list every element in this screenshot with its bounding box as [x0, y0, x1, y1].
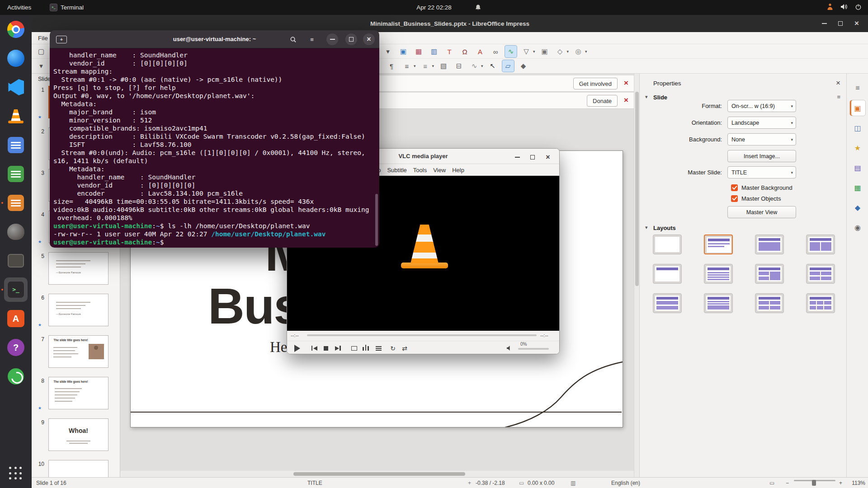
- stop-button[interactable]: [320, 343, 332, 354]
- minimize-button[interactable]: [326, 33, 338, 45]
- slide-thumb-preview[interactable]: Whoa!: [48, 418, 108, 451]
- clone-formatting-icon[interactable]: ▣: [539, 46, 551, 57]
- vlc-menu-tools[interactable]: Tools: [410, 166, 430, 174]
- tab-slide-transition[interactable]: ◫: [850, 120, 865, 136]
- tab-navigator[interactable]: ◉: [850, 220, 865, 235]
- layout-4content-b[interactable]: [755, 293, 784, 313]
- crop-image-icon[interactable]: ⊟: [453, 60, 465, 72]
- play-button[interactable]: [291, 343, 303, 354]
- search-icon[interactable]: [287, 33, 299, 45]
- dock-vscode-icon[interactable]: [0, 73, 32, 102]
- image-filter-icon[interactable]: ◎: [572, 46, 584, 57]
- dock-help-icon[interactable]: ?: [0, 333, 32, 362]
- line-spacing-icon[interactable]: ≡: [420, 60, 431, 72]
- slide-thumb-preview[interactable]: [48, 460, 108, 477]
- infobar-close-icon[interactable]: ×: [624, 96, 628, 105]
- layout-title-2content[interactable]: [806, 235, 835, 254]
- save-status-icon[interactable]: ▥: [571, 480, 576, 486]
- minimize-button[interactable]: [819, 19, 829, 28]
- zoom-in-icon[interactable]: +: [839, 480, 842, 486]
- tab-animation[interactable]: ★: [850, 140, 865, 155]
- dock-impress-icon[interactable]: [0, 188, 32, 217]
- layout-centered-text[interactable]: [704, 264, 733, 284]
- slide-thumb-preview[interactable]: The slide title goes here!: [48, 377, 108, 409]
- horizontal-scrollbar[interactable]: [120, 471, 634, 477]
- dropdown-arrow-icon[interactable]: ▾: [567, 49, 569, 54]
- close-button[interactable]: ×: [852, 19, 862, 28]
- more-options-icon[interactable]: ≡: [837, 94, 840, 100]
- slide-thumbnail-8[interactable]: 8The slide title goes here!★: [32, 377, 120, 413]
- new-terminal-button[interactable]: +: [55, 33, 68, 45]
- dock-chrome-icon[interactable]: [0, 15, 32, 44]
- extended-settings-button[interactable]: [359, 343, 372, 354]
- insert-table-icon[interactable]: ▦: [413, 46, 425, 57]
- dock-writer-icon[interactable]: [0, 131, 32, 160]
- vlc-menu-help[interactable]: Help: [449, 166, 467, 174]
- insert-image-button[interactable]: Insert Image...: [727, 150, 796, 162]
- statusbar-master-name[interactable]: TITLE: [307, 480, 322, 486]
- chevron-down-icon[interactable]: ▾: [645, 94, 648, 100]
- dropdown-arrow-icon[interactable]: ▾: [481, 64, 483, 68]
- dock-gimp-icon[interactable]: [0, 217, 32, 246]
- seek-slider[interactable]: [307, 334, 537, 336]
- zoom-slider-handle[interactable]: [812, 480, 816, 486]
- layout-2content-content[interactable]: [755, 264, 784, 284]
- maximize-button[interactable]: [528, 152, 538, 162]
- fullscreen-button[interactable]: [348, 343, 360, 354]
- get-involved-button[interactable]: Get involved: [573, 78, 618, 89]
- freehand-line-icon[interactable]: ∿: [505, 46, 517, 57]
- layout-content-over-content[interactable]: [653, 293, 682, 313]
- layout-blank[interactable]: [653, 235, 682, 254]
- combo-arrow-icon[interactable]: ▾: [382, 46, 394, 57]
- system-menu[interactable]: [822, 0, 866, 15]
- insert-chart-icon[interactable]: ▥: [428, 46, 440, 57]
- tab-gallery[interactable]: ▦: [850, 180, 865, 195]
- vlc-menu-subtitle[interactable]: Subtitle: [384, 166, 410, 174]
- dock-backups-icon[interactable]: [0, 362, 32, 391]
- menu-file[interactable]: File: [34, 33, 52, 43]
- close-sidebar-deck-icon[interactable]: ×: [836, 79, 840, 88]
- close-button[interactable]: ×: [543, 152, 553, 162]
- tab-properties[interactable]: ▣: [850, 100, 865, 116]
- paragraph-icon[interactable]: ¶: [386, 60, 397, 72]
- slide-thumbnail-7[interactable]: 7The slide title goes here!: [32, 335, 120, 371]
- slide-thumb-preview[interactable]: —Someone Famous: [48, 294, 108, 326]
- maximize-button[interactable]: [835, 19, 845, 28]
- layout-title-content-over[interactable]: [704, 293, 733, 313]
- loop-button[interactable]: ↻: [387, 343, 399, 354]
- maximize-button[interactable]: [345, 33, 357, 45]
- filter-icon[interactable]: ∿: [468, 60, 480, 72]
- basic-shapes-icon[interactable]: ▽: [520, 46, 532, 57]
- statusbar-zoom-level[interactable]: 113%: [848, 480, 865, 486]
- special-character-icon[interactable]: Ω: [459, 46, 471, 57]
- edit-points-icon[interactable]: ▱: [502, 60, 514, 72]
- scrollbar-handle[interactable]: [635, 92, 639, 286]
- minimize-button[interactable]: [512, 152, 522, 162]
- background-dropdown[interactable]: None▾: [727, 133, 796, 145]
- fontwork-icon[interactable]: A: [474, 46, 486, 57]
- shuffle-button[interactable]: ⇄: [398, 343, 411, 354]
- volume-slider[interactable]: [518, 348, 549, 350]
- sidebar-settings-icon[interactable]: ≡: [850, 80, 865, 96]
- master-objects-checkbox[interactable]: Master Objects: [731, 194, 781, 202]
- donate-button[interactable]: Donate: [587, 95, 618, 107]
- align-objects-icon[interactable]: ≡: [401, 60, 413, 72]
- chevron-down-icon[interactable]: ▾: [645, 225, 648, 230]
- vertical-scrollbar[interactable]: [634, 74, 639, 477]
- slide-thumbnail-10[interactable]: 10: [32, 460, 120, 477]
- format-dropdown[interactable]: On-scr... w (16:9)▾: [727, 100, 796, 112]
- layout-title-content[interactable]: [704, 235, 733, 254]
- transformations-icon[interactable]: ◇: [554, 46, 566, 57]
- layout-4content[interactable]: [806, 264, 835, 284]
- master-view-button[interactable]: Master View: [727, 206, 796, 218]
- tab-master-slides[interactable]: ▤: [850, 160, 865, 175]
- scrollbar-handle[interactable]: [293, 472, 465, 476]
- volume-icon[interactable]: [503, 343, 516, 354]
- activities-button[interactable]: Activities: [3, 0, 36, 15]
- infobar-close-icon[interactable]: ×: [624, 79, 628, 88]
- dock-software-icon[interactable]: A: [0, 304, 32, 333]
- zoom-out-icon[interactable]: −: [786, 480, 789, 486]
- slide-thumbnail-6[interactable]: 6—Someone Famous★: [32, 294, 120, 330]
- slide-thumbnail-5[interactable]: 5—Someone Famous: [32, 252, 120, 288]
- dock-show-apps-icon[interactable]: [0, 459, 32, 488]
